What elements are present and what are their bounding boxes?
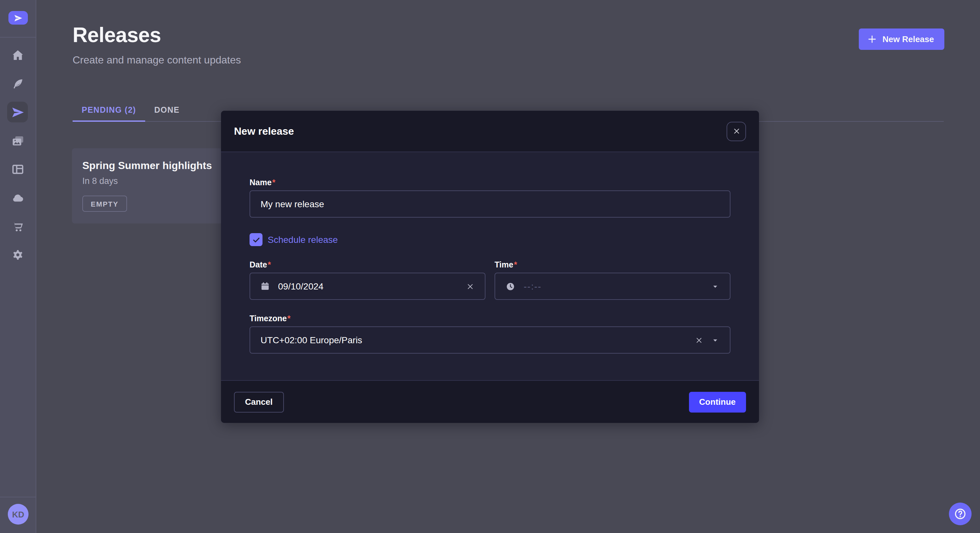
modal-header: New release — [221, 111, 759, 152]
name-input[interactable]: My new release — [250, 190, 730, 217]
required-asterisk: * — [272, 178, 275, 187]
clear-icon — [695, 336, 703, 344]
time-input-placeholder: --:-- — [524, 281, 541, 292]
modal-body: Name* My new release Schedule release Da… — [221, 152, 759, 354]
timezone-field: Timezone* UTC+02:00 Europe/Paris — [250, 314, 730, 354]
chevron-down-icon — [711, 282, 719, 290]
timezone-clear-button[interactable] — [695, 336, 703, 344]
time-label: Time* — [495, 260, 730, 270]
close-icon — [732, 127, 740, 135]
modal-footer: Cancel Continue — [221, 380, 759, 423]
date-clear-button[interactable] — [466, 282, 474, 290]
timezone-dropdown-button[interactable] — [711, 336, 719, 344]
time-input[interactable]: --:-- — [495, 273, 730, 300]
schedule-release-row[interactable]: Schedule release — [250, 233, 730, 246]
required-asterisk: * — [514, 260, 517, 270]
cancel-button[interactable]: Cancel — [234, 392, 283, 412]
schedule-release-checkbox[interactable] — [250, 233, 262, 246]
date-input-value: 09/10/2024 — [278, 281, 323, 292]
chevron-down-icon — [711, 336, 719, 344]
check-icon — [252, 235, 260, 244]
date-input[interactable]: 09/10/2024 — [250, 273, 485, 300]
timezone-select-value: UTC+02:00 Europe/Paris — [261, 335, 362, 345]
clear-icon — [466, 282, 474, 290]
calendar-icon — [261, 282, 270, 291]
name-label: Name* — [250, 178, 730, 187]
new-release-modal: New release Name* My new release Schedul… — [221, 111, 759, 423]
date-label: Date* — [250, 260, 485, 270]
continue-button[interactable]: Continue — [689, 392, 746, 412]
date-time-row: Date* 09/10/2024 Time* — [250, 260, 730, 300]
required-asterisk: * — [288, 314, 291, 323]
timezone-label: Timezone* — [250, 314, 730, 323]
name-input-value: My new release — [261, 199, 324, 209]
schedule-release-label: Schedule release — [268, 235, 338, 245]
app-root: KD Releases Create and manage content up… — [0, 0, 980, 533]
modal-title: New release — [234, 125, 727, 137]
modal-close-button[interactable] — [727, 121, 746, 141]
name-field: Name* My new release — [250, 178, 730, 217]
timezone-select[interactable]: UTC+02:00 Europe/Paris — [250, 327, 730, 354]
time-dropdown-button[interactable] — [711, 282, 719, 290]
date-field: Date* 09/10/2024 — [250, 260, 485, 300]
time-field: Time* --:-- — [495, 260, 730, 300]
clock-icon — [506, 281, 515, 291]
required-asterisk: * — [268, 260, 271, 270]
